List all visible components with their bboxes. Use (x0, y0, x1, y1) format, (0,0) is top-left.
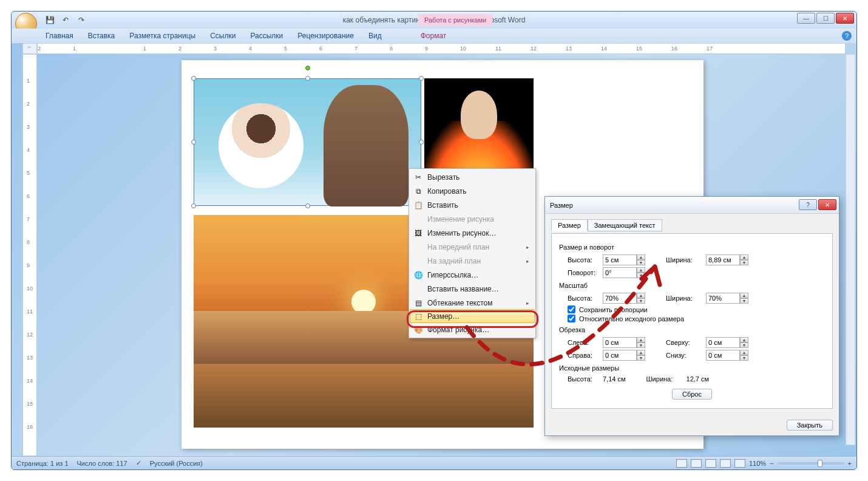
qat-undo-icon[interactable]: ↶ (59, 13, 72, 27)
picture-icon: 🖼 (413, 228, 424, 239)
dialog-tab-alt-text[interactable]: Замещающий текст (588, 219, 662, 231)
resize-handle-tr[interactable] (419, 76, 424, 81)
ribbon-tabs: Главная Вставка Разметка страницы Ссылки… (12, 29, 856, 43)
vertical-scrollbar[interactable] (846, 54, 855, 445)
group-size-rotate: Размер и поворот (559, 244, 825, 251)
tab-view[interactable]: Вид (362, 29, 388, 43)
qat-save-icon[interactable]: 💾 (43, 13, 56, 27)
reset-button[interactable]: Сброс (672, 389, 712, 400)
orig-h-label: Высота: (568, 375, 599, 383)
crop-right-label: Справа: (568, 352, 599, 359)
status-words[interactable]: Число слов: 117 (77, 460, 127, 467)
status-page[interactable]: Страница: 1 из 1 (16, 460, 69, 467)
zoom-in-button[interactable]: + (848, 460, 852, 467)
zoom-out-button[interactable]: − (770, 460, 773, 467)
resize-handle-t[interactable] (305, 76, 310, 81)
spin-up[interactable]: ▲ (637, 254, 645, 260)
resize-handle-tl[interactable] (191, 76, 196, 81)
qat-redo-icon[interactable]: ↷ (75, 13, 88, 27)
crop-bottom-label: Снизу: (666, 352, 702, 359)
lock-aspect-checkbox[interactable] (568, 305, 575, 313)
menu-paste[interactable]: 📋Вставить (410, 198, 534, 212)
resize-handle-b[interactable] (305, 203, 310, 208)
dialog-titlebar[interactable]: Размер ? ✕ (545, 197, 839, 214)
status-bar: Страница: 1 из 1 Число слов: 117 ✓ Русск… (12, 456, 856, 469)
crop-right-input[interactable] (603, 350, 637, 361)
view-full-screen[interactable] (691, 459, 702, 468)
rotate-handle[interactable] (305, 66, 310, 70)
tab-review[interactable]: Рецензирование (291, 29, 360, 43)
menu-replace-image[interactable]: 🖼Изменить рисунок… (410, 226, 534, 240)
menu-send-backward: На задний план▸ (410, 254, 534, 268)
selected-image[interactable] (194, 78, 421, 206)
menu-cut[interactable]: ✂Вырезать (410, 170, 534, 184)
orig-w-value: 12,7 см (687, 375, 710, 383)
crop-top-input[interactable] (706, 337, 740, 348)
scale-w-label: Ширина: (666, 295, 702, 302)
menu-text-wrapping[interactable]: ▤Обтекание текстом▸ (410, 296, 534, 310)
wrap-icon: ▤ (413, 298, 424, 309)
relative-original-checkbox[interactable] (568, 315, 575, 322)
tab-mailings[interactable]: Рассылки (244, 29, 289, 43)
close-dialog-button[interactable]: Закрыть (787, 420, 833, 431)
group-crop: Обрезка (559, 326, 825, 333)
dialog-title: Размер (550, 202, 573, 209)
paste-icon: 📋 (413, 200, 424, 211)
crop-bottom-input[interactable] (706, 350, 740, 361)
resize-handle-bl[interactable] (191, 203, 196, 208)
dialog-help-button[interactable]: ? (799, 199, 817, 210)
view-draft[interactable] (734, 459, 745, 468)
size-icon: ⬚ (413, 311, 424, 322)
minimize-button[interactable]: — (797, 13, 815, 24)
crop-left-label: Слева: (568, 339, 599, 346)
tab-home[interactable]: Главная (39, 29, 80, 43)
scale-h-input[interactable] (603, 293, 637, 304)
view-print-layout[interactable] (676, 459, 687, 468)
help-icon[interactable]: ? (842, 31, 852, 41)
height-label: Высота: (568, 256, 599, 264)
horizontal-ruler[interactable]: 211234567891011121314151617 (37, 43, 846, 54)
width-label: Ширина: (666, 256, 702, 264)
view-outline[interactable] (720, 459, 731, 468)
scale-w-input[interactable] (706, 293, 740, 304)
maximize-button[interactable]: ☐ (816, 13, 835, 24)
rotation-label: Поворот: (568, 269, 599, 276)
scissors-icon: ✂ (413, 172, 424, 183)
menu-bring-forward: На передний план▸ (410, 240, 534, 254)
view-web-layout[interactable] (705, 459, 716, 468)
menu-format-picture[interactable]: 🎨Формат рисунка… (410, 322, 534, 336)
status-proofing-icon[interactable]: ✓ (136, 459, 141, 467)
height-input[interactable] (603, 254, 637, 265)
vertical-ruler[interactable]: 12345678910111213141516 (22, 54, 37, 456)
menu-change-image: Изменение рисунка (410, 212, 534, 226)
zoom-slider[interactable] (778, 462, 844, 465)
tab-page-layout[interactable]: Разметка страницы (123, 29, 202, 43)
menu-hyperlink[interactable]: 🌐Гиперссылка… (410, 268, 534, 282)
menu-size[interactable]: ⬚Размер… (410, 309, 535, 323)
titlebar: 💾 ↶ ↷ как объединять картинки в Пэйнт Не… (12, 12, 856, 29)
link-icon: 🌐 (413, 270, 424, 281)
dialog-close-button[interactable]: ✕ (818, 199, 836, 210)
crop-left-input[interactable] (603, 337, 637, 348)
status-language[interactable]: Русский (Россия) (150, 460, 203, 467)
rotation-input[interactable] (603, 267, 637, 278)
menu-insert-caption[interactable]: Вставить название… (410, 282, 534, 296)
group-scale: Масштаб (559, 282, 825, 289)
tab-format[interactable]: Формат (415, 29, 453, 43)
tab-references[interactable]: Ссылки (204, 29, 242, 43)
context-menu: ✂Вырезать ⧉Копировать 📋Вставить Изменени… (409, 168, 536, 338)
close-button[interactable]: ✕ (836, 13, 854, 24)
resize-handle-r[interactable] (419, 140, 424, 145)
dialog-tab-size[interactable]: Размер (551, 219, 588, 231)
zoom-level[interactable]: 110% (749, 460, 766, 467)
group-original: Исходные размеры (559, 364, 825, 372)
orig-w-label: Ширина: (646, 375, 683, 383)
crop-top-label: Сверху: (666, 339, 702, 346)
menu-copy[interactable]: ⧉Копировать (410, 184, 534, 198)
tab-insert[interactable]: Вставка (82, 29, 121, 43)
copy-icon: ⧉ (413, 186, 424, 197)
picture-tools-label: Работа с рисунками (418, 14, 492, 26)
spin-down[interactable]: ▼ (637, 260, 645, 265)
resize-handle-l[interactable] (191, 140, 196, 145)
width-input[interactable] (706, 254, 740, 265)
